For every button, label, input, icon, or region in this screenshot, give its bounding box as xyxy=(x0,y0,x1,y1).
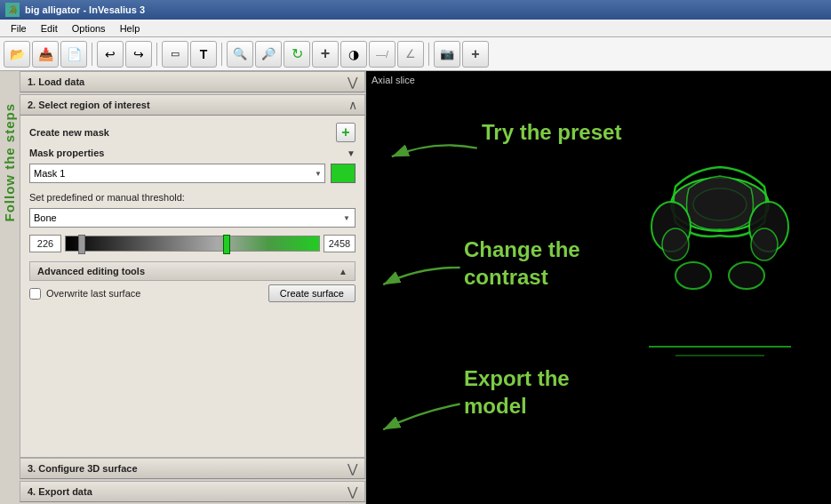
range-row: 226 2458 xyxy=(29,235,356,252)
menu-edit[interactable]: Edit xyxy=(34,21,65,36)
overwrite-checkbox[interactable] xyxy=(29,288,41,300)
section-2-chevron: ∧ xyxy=(348,98,357,112)
section-2-header[interactable]: 2. Select region of interest ∧ xyxy=(20,94,365,116)
section-1-title: 1. Load data xyxy=(28,76,84,87)
angle-btn[interactable]: ∠ xyxy=(397,41,424,68)
create-surface-button[interactable]: Create surface xyxy=(268,284,356,302)
menu-bar: File Edit Options Help xyxy=(0,20,831,37)
range-thumb-left[interactable] xyxy=(78,235,85,254)
left-panel: 1. Load data ⋁ 2. Select region of inter… xyxy=(20,71,366,504)
section-4-chevron: ⋁ xyxy=(348,484,357,499)
create-mask-row: Create new mask + xyxy=(29,123,356,142)
advanced-tools-arrow: ▲ xyxy=(339,267,348,276)
right-panel: Axial slice Try the preset contrast Chan… xyxy=(366,71,831,504)
section-3-header[interactable]: 3. Configure 3D surface ⋁ xyxy=(20,458,365,479)
zoom-in-btn[interactable]: 🔍 xyxy=(227,41,253,68)
threshold-dropdown[interactable]: Bone Soft Tissue Fat Custom xyxy=(29,208,356,228)
toolbar-sep-3 xyxy=(221,43,222,66)
range-min-value: 226 xyxy=(29,235,61,252)
section-1-header[interactable]: 1. Load data ⋁ xyxy=(20,71,365,92)
svg-point-8 xyxy=(729,262,764,289)
section-2-content: Create new mask + Mask properties ▼ Mask… xyxy=(20,116,365,458)
create-mask-label: Create new mask xyxy=(29,127,109,138)
menu-file[interactable]: File xyxy=(4,21,34,36)
add-view-btn[interactable]: + xyxy=(462,41,489,68)
title-bar: 🐊 big alligator - InVesalius 3 xyxy=(0,0,831,20)
svg-point-4 xyxy=(662,228,689,260)
title-bar-icon: 🐊 xyxy=(5,3,20,17)
create-mask-button[interactable]: + xyxy=(336,123,356,142)
title-bar-text: big alligator - InVesalius 3 xyxy=(25,4,145,15)
mask-dropdown[interactable]: Mask 1 xyxy=(29,164,325,183)
follow-steps-container: Follow the steps xyxy=(0,100,19,226)
viewer-label: Axial slice xyxy=(372,75,415,85)
mri-visualization xyxy=(622,124,818,373)
menu-options[interactable]: Options xyxy=(65,21,113,36)
redo-btn[interactable]: ↪ xyxy=(125,41,152,68)
cross-btn[interactable]: + xyxy=(312,41,339,68)
annotation-3: Export themodel xyxy=(464,364,570,420)
threshold-select-wrapper: Bone Soft Tissue Fat Custom xyxy=(29,208,356,228)
undo-btn[interactable]: ↩ xyxy=(97,41,124,68)
svg-point-7 xyxy=(675,262,711,289)
section-3-chevron: ⋁ xyxy=(348,461,357,476)
overwrite-row: Overwrite last surface Create surface xyxy=(29,284,356,302)
toolbar-sep-2 xyxy=(156,43,157,66)
svg-point-6 xyxy=(751,228,778,260)
threshold-label: Set predefined or manual threshold: xyxy=(29,192,356,203)
section-2-title: 2. Select region of interest xyxy=(28,100,150,110)
text-btn[interactable]: T xyxy=(190,41,217,68)
mask-properties-header[interactable]: Mask properties ▼ xyxy=(29,148,356,158)
zoom-out-btn[interactable]: 🔎 xyxy=(255,41,282,68)
layout-btn[interactable]: ▭ xyxy=(162,41,188,68)
export-file-btn[interactable]: 📄 xyxy=(60,41,87,68)
svg-rect-0 xyxy=(622,124,818,373)
mask-properties-arrow: ▼ xyxy=(347,148,356,158)
create-mask-plus-icon: + xyxy=(341,125,349,140)
bottom-sections: 3. Configure 3D surface ⋁ 4. Export data… xyxy=(20,458,365,504)
advanced-tools-label: Advanced editing tools xyxy=(37,266,145,276)
toolbar: 📂 📥 📄 ↩ ↪ ▭ T 🔍 🔎 ↻ + ◑ —/ ∠ 📷 + xyxy=(0,37,831,71)
follow-steps-label: Follow the steps xyxy=(2,103,17,222)
contrast-btn[interactable]: ◑ xyxy=(340,41,367,68)
mask-select-row: Mask 1 xyxy=(29,164,356,183)
range-max-value: 2458 xyxy=(324,235,356,252)
main-content: 1. Load data ⋁ 2. Select region of inter… xyxy=(20,71,831,504)
import-btn[interactable]: 📥 xyxy=(32,41,59,68)
toolbar-sep-4 xyxy=(428,43,429,66)
section-4-title: 4. Export data xyxy=(28,486,92,497)
mask-color-swatch[interactable] xyxy=(331,164,356,183)
advanced-tools-header[interactable]: Advanced editing tools ▲ xyxy=(29,261,356,281)
overwrite-label: Overwrite last surface xyxy=(46,288,140,299)
section-1-chevron: ⋁ xyxy=(348,75,357,89)
measure-btn[interactable]: —/ xyxy=(369,41,396,68)
range-track[interactable] xyxy=(65,236,320,252)
open-folder-btn[interactable]: 📂 xyxy=(4,41,30,68)
section-4-header[interactable]: 4. Export data ⋁ xyxy=(20,481,365,502)
mask-properties-label: Mask properties xyxy=(29,148,104,158)
mask-select-wrapper: Mask 1 xyxy=(29,164,325,183)
annotation-2: Change thecontrast xyxy=(464,236,580,291)
section-3-title: 3. Configure 3D surface xyxy=(28,463,138,474)
toolbar-sep-1 xyxy=(92,43,92,66)
rotate-btn[interactable]: ↻ xyxy=(284,41,310,68)
menu-help[interactable]: Help xyxy=(113,21,148,36)
screenshot-btn[interactable]: 📷 xyxy=(434,41,460,68)
range-thumb-right[interactable] xyxy=(223,235,230,254)
